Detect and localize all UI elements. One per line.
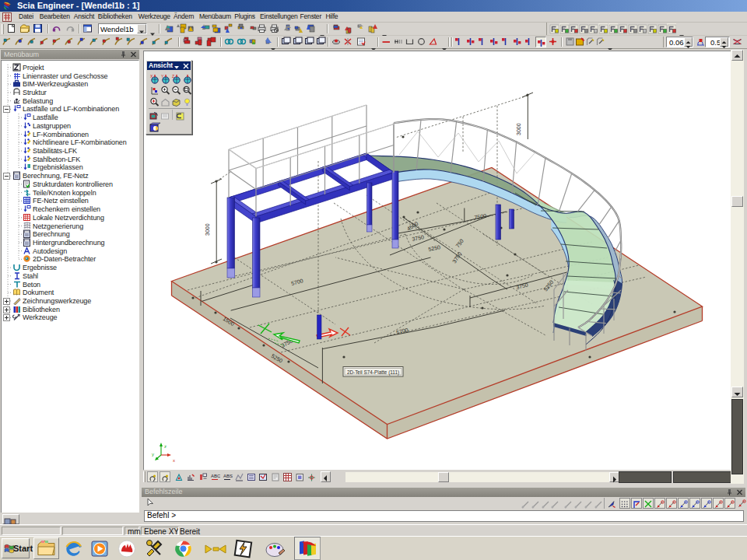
svg-text:3000: 3000 [516,123,521,135]
svg-text:3000: 3000 [205,223,210,236]
svg-text:x: x [173,458,175,463]
svg-text:2D-Teil S74-Platte (111): 2D-Teil S74-Platte (111) [347,369,399,376]
svg-text:ABC: ABC [211,474,220,478]
svg-text:y: y [152,452,154,457]
svg-text:ABS: ABS [223,474,233,478]
svg-text:Z: Z [172,74,174,79]
svg-text:z: z [164,444,167,449]
